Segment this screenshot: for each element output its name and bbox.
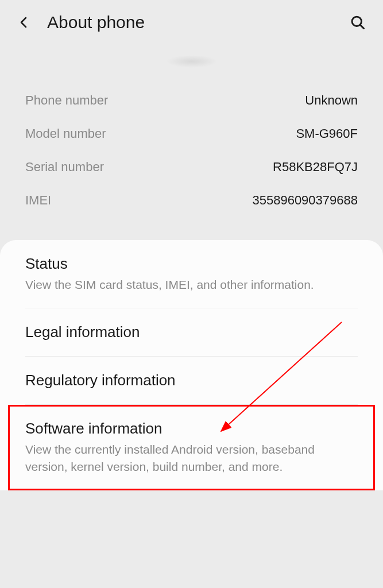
model-number-value: SM-G960F bbox=[296, 126, 358, 141]
imei-value: 355896090379688 bbox=[252, 193, 358, 208]
back-icon[interactable] bbox=[17, 16, 31, 29]
page-title: About phone bbox=[47, 13, 350, 32]
app-header: About phone bbox=[0, 0, 383, 45]
phone-number-row[interactable]: Phone number Unknown bbox=[25, 84, 358, 117]
options-card: Status View the SIM card status, IMEI, a… bbox=[0, 240, 383, 490]
model-number-label: Model number bbox=[25, 126, 106, 141]
phone-number-label: Phone number bbox=[25, 93, 108, 108]
phone-image-area bbox=[0, 45, 383, 79]
regulatory-option[interactable]: Regulatory information bbox=[25, 357, 358, 405]
search-icon[interactable] bbox=[350, 14, 366, 30]
legal-title: Legal information bbox=[25, 323, 358, 341]
imei-label: IMEI bbox=[25, 193, 51, 208]
serial-number-row[interactable]: Serial number R58KB28FQ7J bbox=[25, 150, 358, 184]
software-title: Software information bbox=[25, 420, 358, 438]
model-number-row[interactable]: Model number SM-G960F bbox=[25, 117, 358, 150]
serial-number-label: Serial number bbox=[25, 160, 104, 175]
status-option[interactable]: Status View the SIM card status, IMEI, a… bbox=[25, 240, 358, 308]
phone-number-value: Unknown bbox=[305, 93, 358, 108]
imei-row[interactable]: IMEI 355896090379688 bbox=[25, 184, 358, 217]
legal-option[interactable]: Legal information bbox=[25, 308, 358, 357]
device-info-section: Phone number Unknown Model number SM-G96… bbox=[0, 79, 383, 234]
svg-line-1 bbox=[361, 25, 364, 29]
phone-shadow bbox=[166, 55, 218, 68]
software-option[interactable]: Software information View the currently … bbox=[8, 405, 375, 490]
serial-number-value: R58KB28FQ7J bbox=[273, 160, 358, 175]
regulatory-title: Regulatory information bbox=[25, 372, 358, 389]
status-subtitle: View the SIM card status, IMEI, and othe… bbox=[25, 276, 358, 293]
software-subtitle: View the currently installed Android ver… bbox=[25, 441, 358, 475]
status-title: Status bbox=[25, 255, 358, 273]
